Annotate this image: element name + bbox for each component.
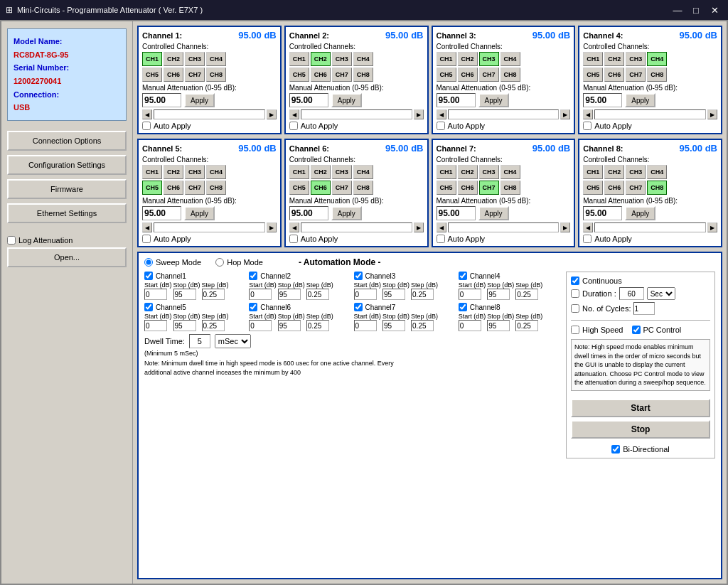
channel-3-apply-button[interactable]: Apply [478,93,509,107]
channel-1-auto-apply-checkbox[interactable] [142,122,151,130]
hop-mode-label[interactable]: Hop Mode [215,258,263,267]
ch1-btn-ch8[interactable]: CH8 [206,68,226,82]
channel-7-auto-apply-checkbox[interactable] [437,235,445,243]
auto-ch4-start[interactable] [459,289,481,300]
channel-7-slider-track[interactable] [448,222,560,232]
channel-2-auto-apply-checkbox[interactable] [289,122,298,130]
channel-4-apply-button[interactable]: Apply [625,93,655,107]
dwell-input[interactable] [189,334,210,348]
sweep-mode-label[interactable]: Sweep Mode [144,258,201,267]
ch3-btn-ch1[interactable]: CH1 [437,52,456,66]
ch1-btn-ch7[interactable]: CH7 [185,68,205,82]
cycles-checkbox[interactable] [571,304,579,313]
ch3-btn-ch6[interactable]: CH6 [458,68,478,82]
firmware-button[interactable]: Firmware [7,179,127,199]
channel-4-slider-left[interactable]: ◀ [583,109,593,119]
auto-ch5-stop[interactable] [173,320,196,331]
ch8-btn-ch4[interactable]: CH4 [647,165,667,179]
ch7-btn-ch6[interactable]: CH6 [458,181,478,195]
hop-mode-radio[interactable] [215,258,224,267]
auto-ch6-checkbox[interactable] [249,303,257,311]
channel-3-slider-right[interactable]: ▶ [560,109,570,119]
ch7-btn-ch8[interactable]: CH8 [500,181,520,195]
ch2-btn-ch3[interactable]: CH3 [332,52,352,66]
ch6-btn-ch8[interactable]: CH8 [353,181,373,195]
channel-7-apply-button[interactable]: Apply [478,206,509,220]
auto-ch5-checkbox[interactable] [144,303,153,311]
log-attenuation-label[interactable]: Log Attenuation [7,236,127,245]
ch7-btn-ch1[interactable]: CH1 [437,165,456,179]
auto-ch1-step[interactable] [202,289,225,300]
ch4-btn-ch3[interactable]: CH3 [626,52,646,66]
connection-options-button[interactable]: Connection Options [7,131,127,151]
configuration-settings-button[interactable]: Configuration Settings [7,155,127,175]
channel-8-apply-button[interactable]: Apply [625,206,655,220]
channel-5-slider-right[interactable]: ▶ [267,222,277,232]
ch3-btn-ch8[interactable]: CH8 [500,68,520,82]
sweep-mode-radio[interactable] [144,258,153,267]
channel-6-slider-right[interactable]: ▶ [414,222,424,232]
channel-7-slider-right[interactable]: ▶ [560,222,570,232]
channel-1-slider-track[interactable] [154,109,265,119]
ch4-btn-ch6[interactable]: CH6 [604,68,624,82]
high-speed-checkbox[interactable] [571,326,579,334]
ch2-btn-ch6[interactable]: CH6 [311,68,331,82]
ch4-btn-ch2[interactable]: CH2 [604,52,624,66]
ch5-btn-ch6[interactable]: CH6 [164,181,183,195]
ch6-btn-ch6[interactable]: CH6 [311,181,331,195]
bidirectional-checkbox[interactable] [611,445,620,453]
ch4-btn-ch8[interactable]: CH8 [647,68,667,82]
ch2-btn-ch7[interactable]: CH7 [332,68,352,82]
ch3-btn-ch5[interactable]: CH5 [437,68,456,82]
ch8-btn-ch7[interactable]: CH7 [626,181,646,195]
duration-unit-select[interactable]: Sec Min [647,287,675,300]
ch6-btn-ch1[interactable]: CH1 [289,165,309,179]
pc-control-checkbox[interactable] [632,326,641,334]
channel-7-attenuation-input[interactable] [437,206,476,220]
auto-ch3-stop[interactable] [382,289,405,300]
channel-2-attenuation-input[interactable] [289,93,328,107]
channel-5-attenuation-input[interactable] [142,206,181,220]
channel-2-slider-right[interactable]: ▶ [414,109,424,119]
ch3-btn-ch4[interactable]: CH4 [500,52,520,66]
auto-ch7-stop[interactable] [382,320,405,331]
duration-input[interactable] [619,287,644,300]
auto-ch6-stop[interactable] [278,320,301,331]
ch8-btn-ch3[interactable]: CH3 [626,165,646,179]
auto-ch6-start[interactable] [249,320,272,331]
ch1-btn-ch4[interactable]: CH4 [206,52,226,66]
channel-1-slider-right[interactable]: ▶ [267,109,277,119]
channel-2-apply-button[interactable]: Apply [331,93,362,107]
channel-7-slider-left[interactable]: ◀ [437,222,446,232]
ch5-btn-ch7[interactable]: CH7 [185,181,205,195]
auto-ch5-step[interactable] [202,320,225,331]
close-button[interactable]: ✕ [707,4,722,16]
maximize-button[interactable]: □ [688,4,704,16]
ch2-btn-ch4[interactable]: CH4 [353,52,373,66]
channel-3-auto-apply-checkbox[interactable] [437,122,445,130]
channel-1-slider-left[interactable]: ◀ [142,109,152,119]
ch4-btn-ch1[interactable]: CH1 [583,52,603,66]
channel-1-attenuation-input[interactable] [142,93,181,107]
channel-5-auto-apply-checkbox[interactable] [142,235,151,243]
ch8-btn-ch5[interactable]: CH5 [583,181,603,195]
ch8-btn-ch1[interactable]: CH1 [583,165,603,179]
channel-6-attenuation-input[interactable] [289,206,328,220]
channel-4-slider-track[interactable] [594,109,706,119]
ch7-btn-ch4[interactable]: CH4 [500,165,520,179]
ch1-btn-ch5[interactable]: CH5 [142,68,162,82]
ch6-btn-ch2[interactable]: CH2 [311,165,331,179]
minimize-button[interactable]: — [670,4,685,16]
channel-8-slider-right[interactable]: ▶ [707,222,717,232]
ch4-btn-ch5[interactable]: CH5 [583,68,603,82]
ch6-btn-ch5[interactable]: CH5 [289,181,309,195]
ch6-btn-ch7[interactable]: CH7 [332,181,352,195]
channel-6-slider-left[interactable]: ◀ [289,222,299,232]
ch4-btn-ch4[interactable]: CH4 [647,52,667,66]
ch3-btn-ch2[interactable]: CH2 [458,52,478,66]
ch1-btn-ch1[interactable]: CH1 [142,52,162,66]
start-button[interactable]: Start [571,399,710,417]
ch2-btn-ch8[interactable]: CH8 [353,68,373,82]
ch6-btn-ch3[interactable]: CH3 [332,165,352,179]
channel-8-attenuation-input[interactable] [583,206,622,220]
